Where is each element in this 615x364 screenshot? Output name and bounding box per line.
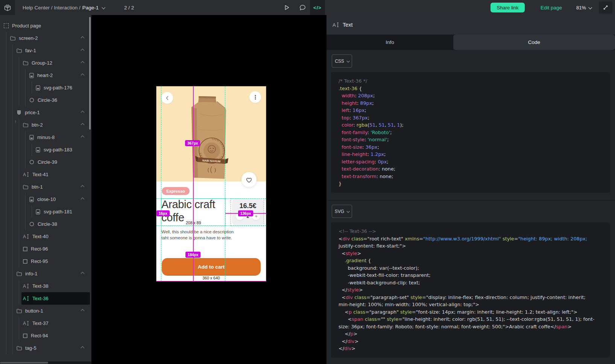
chevron-up-icon[interactable] (81, 36, 85, 40)
app-logo[interactable] (0, 0, 15, 15)
layer-label: Group-12 (32, 60, 52, 66)
code-line: font-style: 'normal'; (339, 136, 606, 143)
chevron-up-icon[interactable] (81, 49, 85, 53)
tree-guide-line (17, 317, 23, 329)
layer-item-price-1[interactable]: price-1 (0, 106, 91, 119)
css-language-select[interactable]: CSS (332, 54, 352, 68)
layer-item-product page[interactable]: Product page (0, 20, 91, 32)
sidebar-hscrollbar[interactable] (0, 361, 91, 364)
back-button[interactable] (161, 92, 173, 104)
fullscreen-button[interactable] (599, 2, 612, 14)
tree-guide-line (10, 57, 17, 69)
svg-language-select[interactable]: SVG (332, 205, 352, 218)
chevron-down-icon[interactable] (102, 5, 106, 9)
tree-guide-line (4, 230, 10, 243)
code-line: <style> (339, 250, 606, 257)
favorite-button[interactable] (241, 172, 257, 187)
breadcrumb-current[interactable]: Page-1 (82, 5, 99, 11)
code-line: -webkit-text-fill-color: transparent; (339, 272, 606, 279)
sidebar-hscroll-thumb[interactable] (0, 362, 48, 364)
code-line: line-height: 1.2px; (339, 151, 606, 158)
layer-item-svg-path-183[interactable]: svg-path-183 (0, 143, 91, 156)
tree-guide-line (17, 119, 23, 131)
mask-icon (17, 110, 21, 115)
zoom-control[interactable]: 81% (576, 0, 591, 15)
tab-code[interactable]: Code (453, 35, 615, 50)
code-line: size: 36px; font-family: Roboto; font-st… (339, 323, 606, 331)
comment-button[interactable] (295, 0, 310, 15)
text-icon: A (23, 296, 29, 301)
screen-frame[interactable]: 100% ORGANIC COLOMBIA COFFEE NABI NAHUM (156, 86, 266, 281)
layer-label: fav-1 (25, 48, 36, 53)
measure-label-top: 367px (185, 140, 200, 146)
inspector-title: Text (343, 22, 353, 28)
layer-item-rect-96[interactable]: Rect-96 (0, 243, 91, 255)
svg-text:A: A (23, 284, 26, 288)
tree-guide-line (10, 280, 17, 292)
tree-guide-line (4, 119, 10, 131)
tree-guide-line (23, 156, 29, 168)
sidebar-scrollbar[interactable] (89, 17, 91, 130)
layer-item-circle-39[interactable]: Circle-39 (0, 156, 91, 168)
edit-page-link[interactable]: Edit page (541, 0, 562, 15)
tree-guide-line (17, 243, 23, 255)
layer-label: svg-path-183 (44, 147, 72, 153)
layer-item-fav-1[interactable]: fav-1 (0, 44, 91, 57)
layer-item-button-1[interactable]: button-1 (0, 305, 91, 317)
layer-item-close-10[interactable]: close-10 (0, 193, 91, 205)
layer-item-tag-5[interactable]: tag-5 (0, 342, 91, 354)
breadcrumb[interactable]: Help Center / Interaction / Page-1 (23, 0, 105, 15)
layer-item-heart-2[interactable]: heart-2 (0, 69, 91, 82)
layer-item-group-12[interactable]: Group-12 (0, 57, 91, 69)
layer-item-screen-2[interactable]: screen-2 (0, 32, 91, 44)
code-button[interactable]: </> (310, 0, 325, 15)
add-to-cart-button[interactable]: Add to cart (162, 258, 261, 276)
layer-item-svg-path-176[interactable]: svg-path-176 (0, 82, 91, 94)
layer-item-svg-path-181[interactable]: svg-path-181 (0, 205, 91, 218)
layer-item-btn-1[interactable]: btn-1 (0, 181, 91, 193)
layer-item-text-40[interactable]: AText-40 (0, 230, 91, 243)
folder-icon (17, 48, 22, 53)
layer-item-minus-8[interactable]: minus-8 (0, 131, 91, 143)
chevron-up-icon[interactable] (81, 136, 85, 139)
layer-item-text-37[interactable]: AText-37 (0, 317, 91, 329)
layer-item-rect-94[interactable]: Rect-94 (0, 329, 91, 342)
folder-icon (23, 123, 28, 127)
chevron-up-icon[interactable] (81, 111, 85, 115)
share-link-button[interactable]: Share link (490, 3, 525, 12)
kebab-menu-icon (253, 94, 258, 100)
topbar: Help Center / Interaction / Page-1 2 / 2… (0, 0, 615, 15)
chevron-up-icon[interactable] (81, 272, 85, 276)
layer-item-text-38[interactable]: AText-38 (0, 280, 91, 292)
code-line: text-transform: none; (339, 173, 606, 180)
chevron-up-icon[interactable] (81, 198, 85, 201)
chevron-up-icon[interactable] (81, 74, 85, 77)
chevron-up-icon[interactable] (81, 309, 85, 313)
tree-guide-line (4, 292, 10, 305)
tree-guide-line (23, 205, 29, 218)
more-menu-button[interactable] (249, 91, 261, 103)
tab-info[interactable]: Info (326, 35, 453, 50)
chevron-up-icon[interactable] (81, 123, 85, 127)
layer-item-circle-38[interactable]: Circle-38 (0, 218, 91, 230)
tree-guide-line (4, 57, 10, 69)
layer-item-rect-95[interactable]: Rect-95 (0, 255, 91, 267)
layer-item-text-41[interactable]: AText-41 (0, 168, 91, 181)
chevron-up-icon[interactable] (81, 185, 85, 189)
play-button[interactable] (279, 0, 294, 15)
code-line: background: var(--text-color); (339, 264, 606, 272)
layer-item-text-36[interactable]: AText-36 (0, 292, 91, 305)
frame-icon (4, 23, 9, 28)
layer-item-info-1[interactable]: info-1 (0, 267, 91, 280)
layer-item-circle-36[interactable]: Circle-36 (0, 94, 91, 106)
layer-label: Circle-36 (38, 97, 57, 103)
svg-select-value: SVG (335, 209, 344, 214)
layer-label: svg-path-181 (44, 209, 72, 214)
chevron-up-icon[interactable] (81, 61, 85, 65)
chevron-up-icon[interactable] (81, 346, 85, 350)
layer-item-btn-2[interactable]: btn-2 (0, 119, 91, 131)
design-canvas[interactable]: 100% ORGANIC COLOMBIA COFFEE NABI NAHUM (91, 15, 326, 364)
layer-label: heart-2 (37, 72, 53, 78)
measure-label-bottom: 184px (185, 252, 200, 258)
inspector-panel: A Text Info Code CSS /* Text-36 */.text-… (326, 15, 615, 364)
